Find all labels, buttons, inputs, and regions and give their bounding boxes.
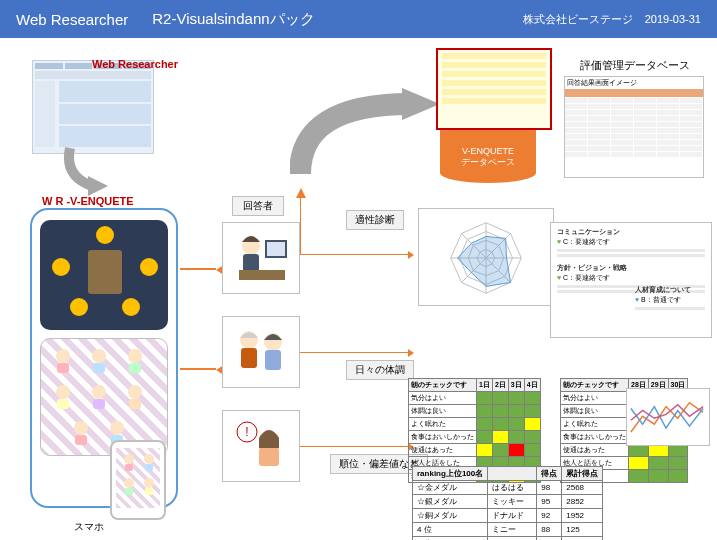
header-date: 2019-03-31 bbox=[645, 13, 701, 25]
smartphone-mock bbox=[110, 440, 166, 520]
connector-arrow-icon bbox=[300, 254, 412, 255]
results-table-mock: 回答結果画面イメージ bbox=[564, 76, 704, 178]
svg-rect-12 bbox=[259, 448, 279, 466]
sparkline-chart bbox=[626, 388, 710, 446]
arrow-bidir-icon bbox=[180, 268, 216, 270]
eval-db-label: 評価管理データベース bbox=[580, 58, 690, 73]
svg-rect-1 bbox=[267, 242, 285, 256]
arrow-swoosh-icon bbox=[290, 84, 460, 184]
connector-arrow-icon bbox=[300, 446, 412, 447]
person-elderly-couple bbox=[222, 316, 300, 388]
svg-rect-3 bbox=[243, 254, 259, 272]
arrow-up-icon bbox=[296, 188, 306, 200]
heart-icon: ♥ bbox=[557, 238, 561, 245]
header: Web Researcher R2-Visualsindannパック 株式会社ビ… bbox=[0, 0, 717, 38]
report-doc-mock bbox=[436, 48, 552, 130]
smartphone-label: スマホ bbox=[74, 520, 104, 534]
header-company: 株式会社ビーステージ bbox=[523, 12, 633, 27]
heart-icon: ♥ bbox=[557, 274, 561, 281]
feedback-card: コミュニケーション♥ C：要連絡です 方針・ビジョン・戦略♥ C：要連絡です 人… bbox=[550, 222, 712, 338]
section-daily-label: 日々の体調 bbox=[346, 360, 414, 380]
section-aptitude-label: 適性診断 bbox=[346, 210, 404, 230]
db-label-1: V-ENQUETE bbox=[462, 146, 514, 157]
db-label-2: データベース bbox=[461, 157, 515, 168]
person-woman-idea: ! bbox=[222, 410, 300, 482]
heart-icon: ♥ bbox=[635, 296, 639, 303]
emoji-panel bbox=[40, 220, 168, 330]
svg-rect-6 bbox=[241, 348, 257, 368]
arrow-curve-down-icon bbox=[60, 146, 120, 196]
svg-rect-8 bbox=[265, 350, 281, 370]
database-icon: V-ENQUETE データベース bbox=[440, 122, 536, 190]
connector-line-icon bbox=[300, 196, 301, 254]
respondents-label: 回答者 bbox=[232, 196, 284, 216]
svg-rect-4 bbox=[239, 270, 285, 280]
svg-text:!: ! bbox=[245, 425, 248, 439]
person-office-worker bbox=[222, 222, 300, 294]
arrow-bidir-icon bbox=[180, 368, 216, 370]
radar-chart bbox=[418, 208, 554, 306]
header-title-2: R2-Visualsindannパック bbox=[152, 10, 522, 29]
wr-label: Web Researcher bbox=[92, 58, 178, 70]
connector-arrow-icon bbox=[300, 352, 412, 353]
wr-app-mock bbox=[32, 60, 154, 154]
header-title-1: Web Researcher bbox=[16, 11, 128, 28]
wr-venq-label: W R -V-ENQUETE bbox=[42, 195, 134, 207]
ranking-table: ranking上位100名得点累計得点☆金メダルはるはる982568☆銀メダルミ… bbox=[412, 466, 603, 540]
characters-panel bbox=[40, 338, 168, 456]
